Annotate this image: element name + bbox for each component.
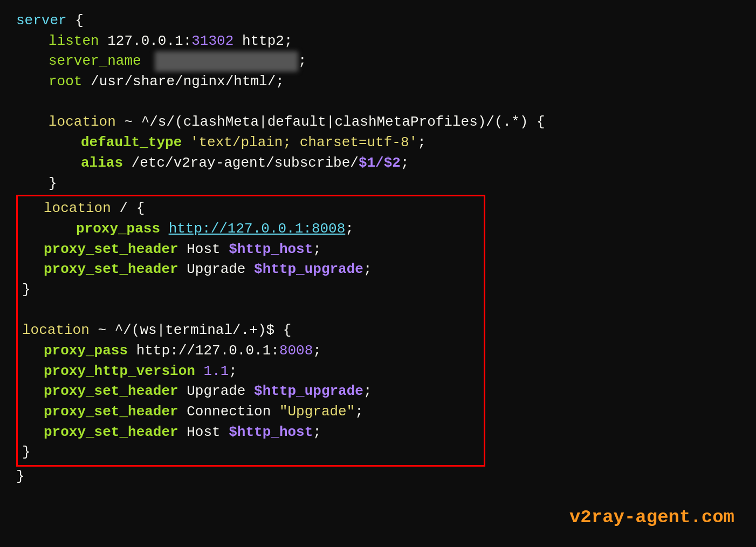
proxy-pass1-url: http://127.0.0.1:8008 xyxy=(169,221,346,237)
default-type-keyword: default_type xyxy=(81,134,182,151)
line-proxy-http-version: proxy_http_version 1.1; xyxy=(22,361,479,382)
psh4-mid: Connection xyxy=(187,404,279,420)
psh3-val: $http_upgrade xyxy=(254,383,363,399)
psh4-val: "Upgrade" xyxy=(279,404,355,420)
line-proxy-pass2: proxy_pass http://127.0.0.1:8008; xyxy=(22,341,479,361)
line-server-name: server_name ; xyxy=(16,51,740,72)
server-name-value xyxy=(155,51,298,72)
code-container: server { listen 127.0.0.1:31302 http2; s… xyxy=(16,11,740,487)
psh5-keyword: proxy_set_header xyxy=(44,424,178,440)
proxy-pass2-port: 8008 xyxy=(279,343,313,359)
proxy-pass2-val: http://127.0.0.1: xyxy=(136,343,279,359)
location1-regex: ~ ^/s/(clashMeta|default|clashMetaProfil… xyxy=(124,114,545,130)
php-version-keyword: proxy_http_version xyxy=(44,363,195,379)
proxy-pass2-keyword: proxy_pass xyxy=(44,343,128,359)
close-brace-4: } xyxy=(16,468,25,484)
location3-keyword: location xyxy=(22,322,90,338)
alias-vars: $1/$2 xyxy=(359,155,401,171)
listen-keyword: listen xyxy=(49,33,99,49)
brace-open: { xyxy=(67,12,84,29)
proxy-pass1-keyword: proxy_pass xyxy=(76,221,160,237)
psh2-val: $http_upgrade xyxy=(254,261,363,277)
psh2-mid: Upgrade xyxy=(187,261,254,277)
line-proxy-set-header2: proxy_set_header Upgrade $http_upgrade; xyxy=(22,259,479,280)
close-brace-1: } xyxy=(49,175,57,192)
listen-suffix: http2; xyxy=(242,33,293,49)
line-proxy-set-header1: proxy_set_header Host $http_host; xyxy=(22,240,479,260)
psh3-mid: Upgrade xyxy=(187,383,254,399)
alias-path: /etc/v2ray-agent/subscribe/ xyxy=(132,155,359,171)
close-brace-3: } xyxy=(22,444,31,460)
psh4-keyword: proxy_set_header xyxy=(44,404,178,420)
location2-path: / { xyxy=(119,200,145,216)
line-proxy-set-header5: proxy_set_header Host $http_host; xyxy=(22,422,479,443)
line-close4: } xyxy=(16,467,740,487)
default-type-value: 'text/plain; charset=utf-8' xyxy=(190,134,417,151)
line-location1-header: location ~ ^/s/(clashMeta|default|clashM… xyxy=(16,112,740,133)
listen-port: 31302 xyxy=(191,33,233,49)
php-version-val: 1.1 xyxy=(203,363,229,379)
line-close3: } xyxy=(22,442,479,463)
listen-addr: 127.0.0.1: xyxy=(107,33,191,49)
server-keyword: server xyxy=(16,12,67,29)
line-location3-header: location ~ ^/(ws|terminal/.+)$ { xyxy=(22,320,479,341)
close-brace-2: } xyxy=(22,282,31,298)
blank-line-2 xyxy=(22,300,479,321)
blank-line-1 xyxy=(16,92,740,113)
alias-keyword: alias xyxy=(81,155,123,171)
root-keyword: root xyxy=(49,73,82,90)
line-location2-header: location / { xyxy=(22,199,479,219)
location1-keyword: location xyxy=(49,114,116,130)
psh1-keyword: proxy_set_header xyxy=(44,241,178,257)
psh1-val: $http_host xyxy=(229,241,313,257)
psh3-keyword: proxy_set_header xyxy=(44,383,178,399)
psh1-mid: Host xyxy=(187,241,229,257)
psh5-val: $http_host xyxy=(229,424,313,440)
psh2-keyword: proxy_set_header xyxy=(44,261,178,277)
line-close2: } xyxy=(22,280,479,300)
root-value: /usr/share/nginx/html/; xyxy=(91,73,284,90)
line-listen: listen 127.0.0.1:31302 http2; xyxy=(16,31,740,52)
line-root: root /usr/share/nginx/html/; xyxy=(16,72,740,92)
server-name-keyword: server_name xyxy=(49,53,141,69)
line-close1: } xyxy=(16,174,740,194)
location3-regex: ~ ^/(ws|terminal/.+)$ { xyxy=(98,322,291,338)
psh5-mid: Host xyxy=(187,424,229,440)
line-alias: alias /etc/v2ray-agent/subscribe/$1/$2; xyxy=(16,153,740,174)
red-border-section: location / { proxy_pass http://127.0.0.1… xyxy=(16,195,485,467)
location2-keyword: location xyxy=(44,200,111,216)
line-proxy-set-header3: proxy_set_header Upgrade $http_upgrade; xyxy=(22,381,479,402)
watermark: v2ray-agent.com xyxy=(569,504,734,531)
line-proxy-set-header4: proxy_set_header Connection "Upgrade"; xyxy=(22,402,479,422)
line-server-open: server { xyxy=(16,11,740,31)
line-default-type: default_type 'text/plain; charset=utf-8'… xyxy=(16,133,740,153)
line-proxy-pass1: proxy_pass http://127.0.0.1:8008; xyxy=(22,219,479,240)
